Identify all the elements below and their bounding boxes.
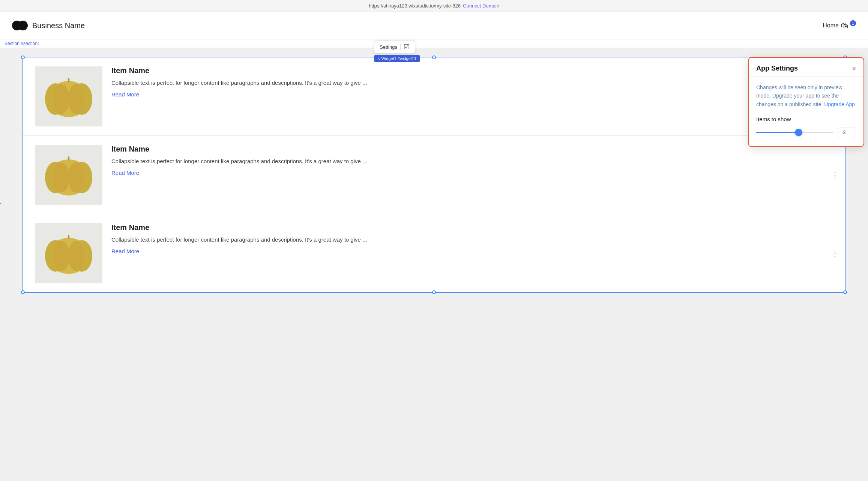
left-handle-dash [0,203,1,204]
read-more-3[interactable]: Read More [111,248,139,254]
connect-domain-link[interactable]: Connect Domain [463,3,499,9]
slider-thumb[interactable] [795,129,802,136]
pumpkin-svg-2 [41,150,97,199]
settings-label[interactable]: Settings [380,44,397,50]
items-to-show-input[interactable] [838,128,856,137]
panel-header: App Settings × [749,58,863,77]
site-header: Business Name Home 🛍 1 [0,12,868,39]
widget-tag[interactable]: < Widget1 #widget11 [374,55,420,62]
pumpkin-svg-3 [41,229,97,278]
settings-toolbar: Settings ☑ [374,40,415,54]
home-label: Home [823,22,839,29]
nav-home[interactable]: Home 🛍 1 [823,21,856,30]
url-text: https://shiraya123.wixstudio.io/my-site-… [369,3,461,9]
item-menu-2[interactable]: ⋮ [831,170,839,179]
item-content-3: Item Name Collapsible text is perfect fo… [111,223,833,255]
widget-container: Settings ☑ < Widget1 #widget11 [23,57,845,293]
items-to-show-label: Items to show [756,116,856,122]
item-desc-1: Collapsible text is perfect for longer c… [111,79,833,87]
list-item: Item Name Collapsible text is perfect fo… [23,57,845,136]
handle-bottom-center[interactable] [432,290,436,294]
item-image-1 [35,66,102,126]
svg-point-11 [68,162,84,192]
item-desc-3: Collapsible text is perfect for longer c… [111,236,833,244]
canvas-area: Settings ☑ < Widget1 #widget11 [0,48,868,356]
read-more-1[interactable]: Read More [111,91,139,98]
logo-icon [12,17,29,34]
panel-close-button[interactable]: × [852,65,856,72]
business-name: Business Name [32,21,85,30]
logo-circle-right [18,21,28,30]
upgrade-app-link[interactable]: Upgrade App [824,101,855,107]
handle-top-center[interactable] [432,56,436,59]
item-list: Item Name Collapsible text is perfect fo… [23,57,845,292]
svg-point-16 [53,241,69,271]
item-image-3 [35,223,102,283]
cart-icon[interactable]: 🛍 [841,21,848,30]
read-more-2[interactable]: Read More [111,170,139,176]
svg-point-10 [53,162,69,192]
svg-point-5 [68,84,84,114]
app-settings-panel: App Settings × Changes will be seen only… [748,57,864,147]
pumpkin-svg-1 [41,72,97,121]
site-logo: Business Name [12,17,85,34]
list-item: Item Name Collapsible text is perfect fo… [23,214,845,292]
svg-point-4 [53,84,69,114]
item-menu-3[interactable]: ⋮ [831,249,839,258]
item-name-1: Item Name [111,66,833,75]
panel-notice: Changes will be seen only in preview mod… [756,83,856,108]
slider-fill [756,132,799,133]
handle-bottom-left[interactable] [21,290,25,294]
list-item: Item Name Collapsible text is perfect fo… [23,136,845,214]
handle-top-left[interactable] [21,56,25,59]
panel-body: Changes will be seen only in preview mod… [749,77,863,146]
checklist-icon[interactable]: ☑ [404,43,410,51]
item-content-1: Item Name Collapsible text is perfect fo… [111,66,833,98]
section-label: Section #section1 [0,39,868,48]
item-name-3: Item Name [111,223,833,232]
url-bar: https://shiraya123.wixstudio.io/my-site-… [0,0,868,12]
item-image-2 [35,145,102,205]
cart-badge: 1 [850,20,856,26]
toolbar-divider [400,44,401,50]
item-name-2: Item Name [111,145,833,153]
panel-title: App Settings [756,65,798,72]
settings-bar-area: Settings ☑ < Widget1 #widget11 [374,40,420,62]
slider-track[interactable] [756,132,833,133]
slider-row [756,128,856,137]
left-resize-handle[interactable] [0,202,1,206]
item-desc-2: Collapsible text is perfect for longer c… [111,157,833,166]
svg-point-17 [68,241,84,271]
handle-bottom-right[interactable] [843,290,847,294]
item-content-2: Item Name Collapsible text is perfect fo… [111,145,833,176]
